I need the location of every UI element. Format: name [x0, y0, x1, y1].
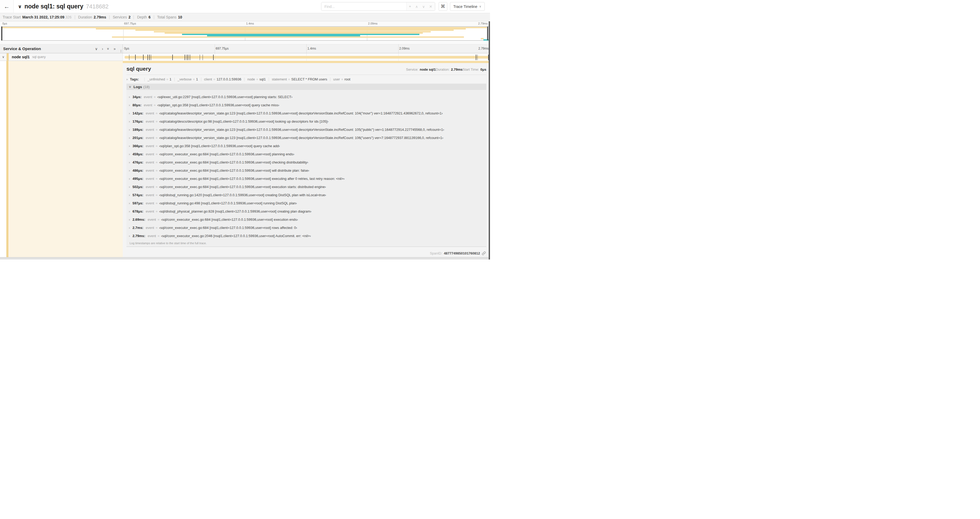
- ruler-tick-label: 1.4ms: [307, 47, 316, 50]
- log-timestamp: 34μs:: [132, 95, 142, 99]
- trace-title: node sql1: sql query: [24, 3, 84, 10]
- detail-left-column: [0, 61, 123, 257]
- log-marker-tick: [190, 54, 191, 60]
- chevron-down-icon[interactable]: ∨: [2, 55, 5, 59]
- detail-right-column: sql query Service: node sql1 Duration: 2…: [123, 61, 490, 257]
- tag-item: user = root: [327, 77, 350, 81]
- chevron-down-icon[interactable]: ∨: [422, 5, 425, 9]
- log-field-value: ‹sql/distsql_physical_planner.go:828 [ns…: [159, 209, 312, 213]
- expand-collapse-controls: ∨ › » »: [95, 47, 116, 51]
- log-field-key: event: [148, 234, 156, 238]
- log-timestamp: 486μs:: [132, 169, 143, 172]
- log-timestamp: 189μs:: [132, 128, 143, 132]
- summary-item: Trace Start March 31 2022, 17:25:09 .326: [3, 15, 72, 19]
- log-entry-row[interactable]: › 34μs: event = ‹sql/exec_util.go:2297 […: [129, 93, 485, 101]
- minimap-scrubber-left[interactable]: [1, 27, 2, 40]
- view-options-button[interactable]: Trace Timeline ∨: [450, 2, 485, 11]
- span-meta-item: Duration: 2.79ms: [436, 67, 463, 72]
- collapse-all-icon[interactable]: »: [106, 48, 110, 50]
- log-timestamp: 366μs:: [132, 144, 143, 148]
- tag-item: statement = SELECT * FROM users: [266, 77, 327, 81]
- log-field-key: event: [146, 136, 154, 140]
- log-entry-row[interactable]: › 597μs: event = ‹sql/distsql_running.go…: [129, 199, 485, 207]
- log-entry-row[interactable]: › 2.7ms: event = ‹sql/conn_executor_exec…: [129, 224, 485, 232]
- log-field-value: ‹sql/conn_executor_exec.go:684 [nsql1,cl…: [159, 185, 326, 189]
- expand-all-icon[interactable]: »: [113, 47, 116, 51]
- find-group: ⌖ ∧ ∨ ✕: [321, 2, 435, 11]
- log-entry-row[interactable]: › 80μs: event = ‹sql/plan_opt.go:358 [ns…: [129, 101, 485, 109]
- log-entry-row[interactable]: › 201μs: event = ‹sql/catalog/lease/desc…: [129, 134, 485, 142]
- chevron-right-icon: ›: [129, 112, 132, 115]
- timeline-minimap: 0μs697.75μs1.4ms2.09ms2.79ms: [0, 21, 490, 44]
- summary-label: Duration: [78, 15, 92, 19]
- summary-value: 10: [178, 15, 182, 19]
- locate-icon[interactable]: ⌖: [409, 4, 411, 9]
- log-timestamp: 597μs:: [132, 201, 143, 205]
- tag-item: client = 127.0.0.1:59936: [198, 77, 241, 81]
- chevron-right-icon: ›: [129, 201, 132, 205]
- log-entry-row[interactable]: › 366μs: event = ‹sql/plan_opt.go:358 [n…: [129, 142, 485, 150]
- log-entry-row[interactable]: › 176μs: event = ‹sql/catalog/descs/desc…: [129, 117, 485, 126]
- collapse-one-icon[interactable]: ∨: [95, 47, 97, 51]
- tag-key: _unfinished: [148, 77, 165, 81]
- log-entry-row[interactable]: › 574μs: event = ‹sql/distsql_running.go…: [129, 191, 485, 199]
- log-entry-row[interactable]: › 142μs: event = ‹sql/catalog/lease/desc…: [129, 109, 485, 117]
- logs-header[interactable]: ∨ Logs (18): [126, 84, 486, 90]
- summary-divider: [154, 15, 154, 19]
- log-timestamp: 176μs:: [132, 120, 143, 123]
- log-marker-tick: [148, 54, 148, 60]
- chevron-right-icon: ›: [129, 136, 132, 140]
- close-icon[interactable]: ✕: [429, 5, 432, 9]
- log-entry-row[interactable]: › 678μs: event = ‹sql/distsql_physical_p…: [129, 207, 485, 216]
- ruler-tick-label: 2.09ms: [399, 47, 410, 50]
- log-entry-row[interactable]: › 2.79ms: event = ‹sql/conn_executor_exe…: [129, 232, 485, 240]
- log-entry-row[interactable]: › 189μs: event = ‹sql/catalog/lease/desc…: [129, 126, 485, 134]
- expand-one-icon[interactable]: ›: [102, 47, 103, 51]
- find-input[interactable]: [321, 2, 406, 11]
- chevron-down-icon: ∨: [479, 5, 481, 8]
- span-row-name-cell[interactable]: ∨ node sql1 sql query: [0, 53, 123, 61]
- trace-collapse-toggle[interactable]: ∨: [18, 4, 22, 10]
- summary-label: Trace Start: [3, 15, 21, 19]
- log-field-key: event: [146, 201, 154, 205]
- minimap-tick-label: 0μs: [2, 22, 7, 25]
- span-id-value: 4877749850101760812: [444, 251, 480, 255]
- span-meta-label: Service:: [406, 67, 418, 72]
- log-entry-row[interactable]: › 2.69ms: event = ‹sql/conn_executor_exe…: [129, 216, 485, 224]
- tags-row[interactable]: › Tags: _unfinished = 1 _verbose = 1: [126, 77, 486, 81]
- chevron-up-icon[interactable]: ∧: [415, 5, 418, 9]
- column-resize-handle[interactable]: ∥: [120, 50, 122, 53]
- vertical-scrollbar[interactable]: [489, 21, 490, 260]
- service-operation-header: Service & Operation ∨ › » » ∥: [0, 44, 123, 53]
- log-entry-row[interactable]: › 486μs: event = ‹sql/conn_executor_exec…: [129, 166, 485, 174]
- back-button[interactable]: ←: [0, 0, 14, 13]
- log-marker-tick: [129, 54, 130, 60]
- log-field-key: event: [146, 169, 154, 172]
- log-field-key: event: [146, 160, 154, 164]
- minimap-scrubber-right[interactable]: [487, 27, 488, 40]
- equals-sign: =: [156, 169, 158, 172]
- trace-id: 7418682: [86, 3, 108, 10]
- chevron-down-icon: ∨: [18, 4, 22, 9]
- ruler-tick-label: 0μs: [124, 47, 129, 50]
- link-icon[interactable]: [482, 251, 486, 255]
- log-entry-row[interactable]: › 495μs: event = ‹sql/conn_executor_exec…: [129, 174, 485, 183]
- tag-key: node: [247, 77, 255, 81]
- span-duration-bar[interactable]: [125, 56, 489, 59]
- keyboard-shortcuts-button[interactable]: ⌘: [439, 2, 447, 11]
- tag-item: _unfinished = 1: [142, 77, 172, 81]
- minimap-canvas[interactable]: [1, 26, 489, 41]
- span-service-name: node sql1: [12, 55, 30, 59]
- chevron-right-icon: ›: [129, 169, 132, 172]
- log-entry-row[interactable]: › 459μs: event = ‹sql/conn_executor_exec…: [129, 150, 485, 158]
- trace-timeline-page: ← ∨ node sql1: sql query 7418682 ⌖ ∧ ∨ ✕…: [0, 0, 490, 260]
- equals-sign: =: [156, 144, 158, 148]
- log-entry-row[interactable]: › 502μs: event = ‹sql/conn_executor_exec…: [129, 183, 485, 191]
- log-timestamp: 574μs:: [132, 193, 143, 197]
- log-field-value: ‹sql/conn_executor_exec.go:684 [nsql1,cl…: [159, 177, 345, 180]
- log-entry-row[interactable]: › 476μs: event = ‹sql/conn_executor_exec…: [129, 158, 485, 166]
- equals-sign: =: [341, 78, 343, 81]
- tag-value: sql1: [259, 77, 266, 81]
- summary-label: Services: [113, 15, 127, 19]
- tag-key: user: [333, 77, 340, 81]
